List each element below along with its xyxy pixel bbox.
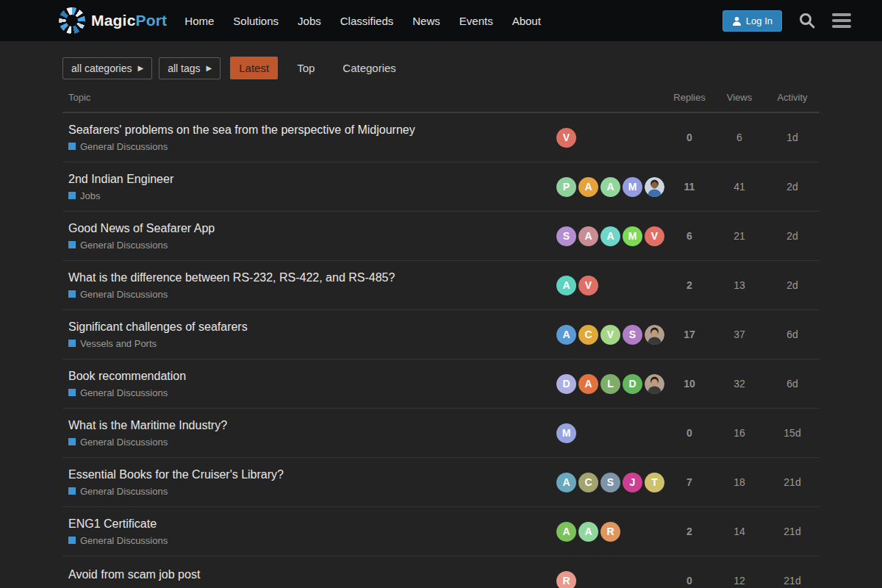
category-name: Jobs bbox=[80, 190, 100, 201]
user-avatar[interactable]: S bbox=[556, 226, 576, 246]
topic-posters: ACVS bbox=[555, 325, 665, 345]
column-header-replies[interactable]: Replies bbox=[665, 92, 714, 103]
category-name: General Discussions bbox=[80, 289, 168, 300]
nav-link-classifieds[interactable]: Classifieds bbox=[340, 15, 394, 27]
nav-link-home[interactable]: Home bbox=[184, 15, 214, 27]
nav-link-about[interactable]: About bbox=[512, 15, 541, 27]
user-avatar[interactable]: R bbox=[556, 571, 576, 588]
nav-link-jobs[interactable]: Jobs bbox=[298, 15, 321, 27]
category-color-square bbox=[68, 389, 76, 396]
category-badge[interactable]: General Discussions bbox=[68, 141, 555, 152]
user-avatar[interactable]: A bbox=[556, 473, 576, 492]
user-avatar[interactable]: P bbox=[556, 177, 576, 197]
topic-title-link[interactable]: Significant challenges of seafarers bbox=[68, 320, 555, 334]
user-avatar[interactable]: M bbox=[623, 226, 642, 246]
user-avatar[interactable]: C bbox=[578, 473, 598, 492]
topic-title-link[interactable]: What is the difference between RS-232, R… bbox=[68, 271, 555, 284]
category-badge[interactable]: Vessels and Ports bbox=[68, 338, 555, 349]
category-badge[interactable]: General Discussions bbox=[68, 437, 555, 448]
column-header-views[interactable]: Views bbox=[714, 92, 765, 103]
search-icon[interactable] bbox=[798, 12, 816, 29]
user-avatar[interactable]: A bbox=[578, 522, 598, 542]
views-count: 32 bbox=[714, 378, 765, 390]
tab-top[interactable]: Top bbox=[288, 57, 323, 79]
user-avatar[interactable]: A bbox=[556, 276, 576, 295]
activity-time[interactable]: 21d bbox=[765, 476, 820, 488]
activity-time[interactable]: 21d bbox=[765, 526, 820, 537]
topic-title-link[interactable]: ENG1 Certificate bbox=[68, 517, 555, 531]
main-nav: HomeSolutionsJobsClassifiedsNewsEventsAb… bbox=[184, 15, 541, 27]
tab-categories[interactable]: Categories bbox=[334, 57, 405, 79]
topic-cell: Essential Books for the Cruiser's Librar… bbox=[62, 468, 555, 497]
replies-count: 2 bbox=[665, 526, 714, 537]
user-avatar[interactable]: A bbox=[578, 374, 598, 394]
user-avatar[interactable]: V bbox=[600, 325, 620, 345]
user-avatar[interactable]: D bbox=[556, 374, 576, 394]
brand-name-primary: Magic bbox=[91, 12, 136, 29]
category-filter-dropdown[interactable]: all categories ▶ bbox=[62, 57, 152, 79]
brand-logo[interactable]: MagicPort bbox=[59, 7, 167, 34]
category-badge[interactable]: Jobs bbox=[68, 190, 555, 201]
user-avatar[interactable]: A bbox=[556, 325, 576, 345]
nav-link-news[interactable]: News bbox=[412, 15, 440, 27]
column-header-activity[interactable]: Activity bbox=[765, 92, 820, 103]
topic-title-link[interactable]: Essential Books for the Cruiser's Librar… bbox=[68, 468, 555, 481]
user-avatar[interactable] bbox=[645, 325, 664, 345]
topic-cell: Good News of Seafarer App General Discus… bbox=[62, 222, 555, 251]
user-avatar[interactable]: A bbox=[600, 177, 620, 197]
user-avatar[interactable]: D bbox=[623, 374, 642, 394]
topic-title-link[interactable]: What is the Maritime Industry? bbox=[68, 419, 555, 432]
category-badge[interactable]: General Discussions bbox=[68, 387, 555, 398]
user-avatar[interactable]: A bbox=[556, 522, 576, 542]
nav-link-solutions[interactable]: Solutions bbox=[233, 15, 279, 27]
user-avatar[interactable]: S bbox=[600, 473, 620, 492]
topic-title-link[interactable]: Avoid from scam job post bbox=[68, 568, 555, 581]
nav-link-events[interactable]: Events bbox=[459, 15, 493, 27]
user-avatar[interactable]: A bbox=[600, 226, 620, 246]
category-name: Vessels and Ports bbox=[80, 338, 157, 349]
user-avatar[interactable]: V bbox=[645, 226, 664, 246]
activity-time[interactable]: 15d bbox=[765, 427, 820, 439]
hamburger-menu-icon[interactable] bbox=[832, 13, 851, 28]
user-avatar[interactable]: A bbox=[578, 226, 598, 246]
user-avatar[interactable]: R bbox=[600, 522, 620, 542]
topic-row: Significant challenges of seafarers Vess… bbox=[62, 310, 820, 359]
activity-time[interactable]: 2d bbox=[765, 230, 820, 242]
category-badge[interactable]: General Discussions bbox=[68, 240, 555, 251]
replies-count: 0 bbox=[665, 575, 714, 587]
user-avatar[interactable]: M bbox=[556, 423, 576, 443]
topic-title-link[interactable]: Seafarers' problems on the sea from the … bbox=[68, 123, 555, 137]
user-avatar[interactable] bbox=[645, 374, 664, 394]
topic-title-link[interactable]: Good News of Seafarer App bbox=[68, 222, 555, 235]
activity-time[interactable]: 6d bbox=[765, 378, 820, 390]
user-avatar[interactable]: S bbox=[623, 325, 642, 345]
activity-time[interactable]: 2d bbox=[765, 181, 820, 193]
tag-filter-dropdown[interactable]: all tags ▶ bbox=[159, 57, 220, 79]
activity-time[interactable]: 21d bbox=[765, 575, 820, 587]
activity-time[interactable]: 6d bbox=[765, 329, 820, 340]
activity-time[interactable]: 2d bbox=[765, 279, 820, 291]
activity-time[interactable]: 1d bbox=[765, 132, 820, 143]
category-badge[interactable]: General Discussions bbox=[68, 535, 555, 546]
replies-count: 2 bbox=[665, 279, 714, 291]
user-avatar[interactable]: M bbox=[623, 177, 642, 197]
top-navigation-bar: MagicPort HomeSolutionsJobsClassifiedsNe… bbox=[0, 0, 882, 41]
login-button[interactable]: Log In bbox=[723, 10, 782, 32]
user-avatar[interactable]: V bbox=[578, 276, 598, 295]
topic-title-link[interactable]: Book recommendation bbox=[68, 370, 555, 383]
user-avatar[interactable] bbox=[645, 177, 664, 197]
topic-cell: Book recommendation General Discussions bbox=[62, 370, 555, 398]
category-color-square bbox=[68, 438, 76, 445]
user-avatar[interactable]: T bbox=[645, 473, 664, 492]
user-avatar[interactable]: A bbox=[578, 177, 598, 197]
topic-title-link[interactable]: 2nd Indian Engineer bbox=[68, 173, 555, 186]
user-avatar[interactable]: J bbox=[623, 473, 642, 492]
user-avatar[interactable]: V bbox=[556, 128, 576, 148]
category-color-square bbox=[68, 537, 76, 544]
tab-latest[interactable]: Latest bbox=[230, 57, 278, 79]
user-avatar[interactable]: L bbox=[600, 374, 620, 394]
user-avatar[interactable]: C bbox=[578, 325, 598, 345]
category-badge[interactable]: General Discussions bbox=[68, 289, 555, 300]
category-name: General Discussions bbox=[80, 437, 168, 448]
category-badge[interactable]: General Discussions bbox=[68, 486, 555, 497]
